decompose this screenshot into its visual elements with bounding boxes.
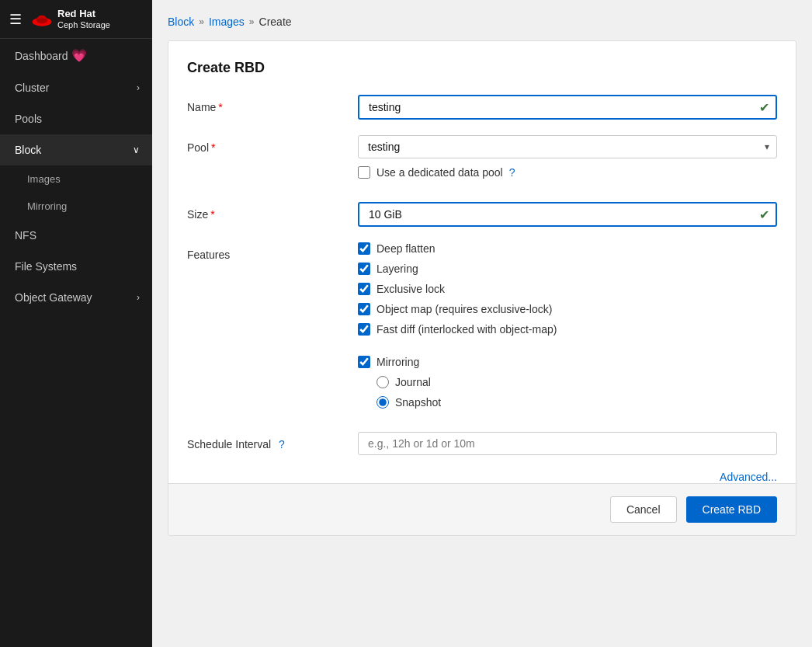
pool-required: * — [211, 141, 215, 154]
schedule-interval-row: Schedule Interval ? — [187, 432, 777, 455]
sidebar: ☰ Red Hat Ceph Storage Dashboard 💗 — [0, 0, 152, 647]
sidebar-item-nfs[interactable]: NFS — [0, 220, 152, 251]
schedule-interval-label: Schedule Interval ? — [187, 432, 358, 450]
health-badge: 💗 — [71, 48, 87, 63]
breadcrumb-block[interactable]: Block — [168, 16, 194, 28]
name-required: * — [218, 101, 222, 113]
breadcrumb-images[interactable]: Images — [209, 16, 245, 28]
fast-diff-label[interactable]: Fast diff (interlocked with object-map) — [377, 323, 557, 336]
sidebar-nav: Dashboard 💗 Cluster › Pools Block ∨ Imag… — [0, 39, 152, 647]
layering-label[interactable]: Layering — [377, 263, 418, 275]
object-map-label[interactable]: Object map (requires exclusive-lock) — [377, 303, 552, 315]
object-map-checkbox[interactable] — [358, 303, 370, 315]
size-row: Size* ✔ — [187, 202, 777, 227]
mirror-mode-journal: Journal — [377, 376, 777, 388]
cancel-button[interactable]: Cancel — [610, 496, 677, 523]
svg-point-1 — [36, 19, 47, 24]
redhat-logo — [31, 10, 53, 27]
mirror-mode-snapshot: Snapshot — [377, 396, 777, 409]
schedule-help-icon[interactable]: ? — [279, 438, 285, 450]
exclusive-lock-checkbox[interactable] — [358, 283, 370, 295]
sidebar-item-label: Pools — [15, 113, 42, 125]
sidebar-item-label: Object Gateway — [15, 291, 92, 304]
logo-redhat-text: Red Hat — [57, 9, 110, 19]
schedule-interval-input[interactable] — [358, 432, 777, 455]
journal-radio[interactable] — [377, 376, 389, 388]
snapshot-label[interactable]: Snapshot — [395, 396, 441, 409]
chevron-right-icon: › — [137, 82, 140, 93]
advanced-link-area: Advanced... — [187, 471, 777, 483]
sidebar-item-cluster[interactable]: Cluster › — [0, 72, 152, 103]
sidebar-item-label: Block — [15, 144, 41, 156]
logo-area: Red Hat Ceph Storage — [31, 9, 110, 30]
features-row: Features Deep flatten Layering Exclusive… — [187, 242, 777, 416]
chevron-down-icon: ∨ — [133, 144, 140, 155]
mirroring-label[interactable]: Mirroring — [377, 356, 419, 368]
feature-object-map: Object map (requires exclusive-lock) — [358, 303, 777, 315]
feature-fast-diff: Fast diff (interlocked with object-map) — [358, 323, 777, 336]
sidebar-item-filesystems[interactable]: File Systems — [0, 251, 152, 282]
hamburger-icon[interactable]: ☰ — [9, 11, 22, 28]
breadcrumb-create: Create — [259, 16, 292, 28]
name-label: Name* — [187, 95, 358, 113]
fast-diff-checkbox[interactable] — [358, 323, 370, 336]
sidebar-item-label: NFS — [15, 229, 36, 242]
sidebar-item-label: Cluster — [15, 82, 49, 94]
features-label: Features — [187, 242, 358, 261]
sidebar-item-dashboard[interactable]: Dashboard 💗 — [0, 39, 152, 72]
layering-checkbox[interactable] — [358, 263, 370, 275]
sidebar-item-object-gateway[interactable]: Object Gateway › — [0, 282, 152, 313]
deep-flatten-checkbox[interactable] — [358, 242, 370, 255]
name-row: Name* ✔ — [187, 95, 777, 120]
size-valid-icon: ✔ — [759, 207, 769, 222]
sidebar-subitem-mirroring[interactable]: Mirroring — [0, 193, 152, 220]
pool-select[interactable]: testing — [358, 135, 777, 158]
size-label: Size* — [187, 202, 358, 221]
pool-label: Pool* — [187, 135, 358, 154]
sidebar-item-block[interactable]: Block ∨ — [0, 134, 152, 165]
page-title: Create RBD — [187, 60, 777, 76]
chevron-right-icon-og: › — [137, 292, 140, 303]
feature-layering: Layering — [358, 263, 777, 275]
sidebar-item-pools[interactable]: Pools — [0, 103, 152, 134]
size-input[interactable] — [358, 202, 777, 227]
feature-deep-flatten: Deep flatten — [358, 242, 777, 255]
sidebar-header: ☰ Red Hat Ceph Storage — [0, 0, 152, 39]
mirroring-checkbox[interactable] — [358, 356, 370, 368]
deep-flatten-label[interactable]: Deep flatten — [377, 242, 435, 255]
sidebar-subitem-label: Mirroring — [27, 200, 67, 212]
dedicated-pool-checkbox[interactable] — [358, 166, 370, 179]
snapshot-radio[interactable] — [377, 396, 389, 409]
dedicated-pool-label[interactable]: Use a dedicated data pool — [377, 166, 503, 179]
logo-ceph-text: Ceph Storage — [57, 20, 110, 30]
sidebar-item-label: Dashboard — [15, 50, 68, 62]
journal-label[interactable]: Journal — [395, 376, 431, 388]
name-input[interactable] — [358, 95, 777, 120]
feature-exclusive-lock: Exclusive lock — [358, 283, 777, 295]
name-valid-icon: ✔ — [759, 100, 769, 115]
breadcrumb-sep-1: » — [199, 16, 204, 27]
create-rbd-card: Create RBD Name* ✔ Pool* testing — [168, 40, 796, 536]
sidebar-item-label: File Systems — [15, 260, 77, 273]
breadcrumb: Block » Images » Create — [168, 16, 796, 28]
breadcrumb-sep-2: » — [249, 16, 255, 27]
sidebar-subitem-label: Images — [27, 173, 61, 185]
form-footer: Cancel Create RBD — [168, 483, 796, 535]
size-required: * — [210, 208, 214, 221]
pool-row: Pool* testing ▾ Use a dedicated data poo… — [187, 135, 777, 186]
exclusive-lock-label[interactable]: Exclusive lock — [377, 283, 445, 295]
feature-mirroring: Mirroring — [358, 356, 777, 368]
dedicated-pool-help-icon[interactable]: ? — [509, 166, 515, 179]
sidebar-subitem-images[interactable]: Images — [0, 165, 152, 193]
create-rbd-button[interactable]: Create RBD — [686, 496, 777, 523]
advanced-link[interactable]: Advanced... — [720, 471, 777, 483]
main-content: Block » Images » Create Create RBD Name*… — [152, 0, 812, 647]
